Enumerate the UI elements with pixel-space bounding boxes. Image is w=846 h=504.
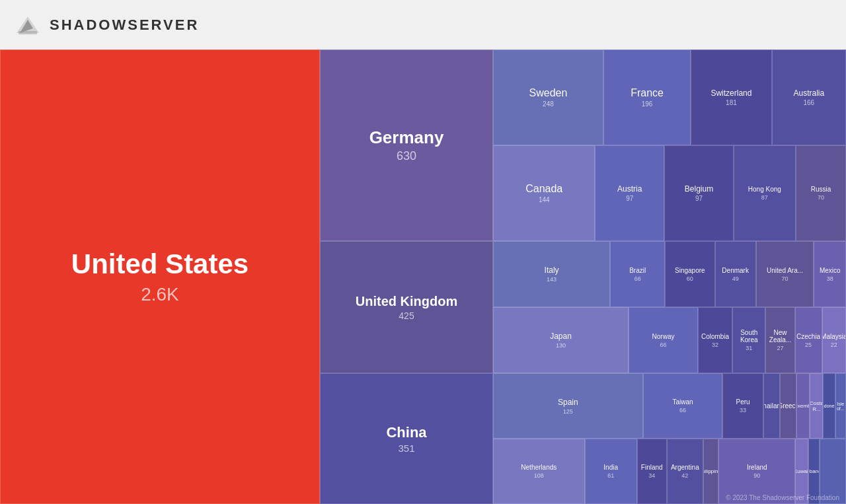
country-value-canada: 144: [539, 196, 550, 203]
treemap-block-malaysia[interactable]: Malaysia 22: [822, 307, 846, 373]
treemap-block-taiwan[interactable]: Taiwan 66: [643, 373, 723, 439]
treemap-block-india[interactable]: India 61: [585, 439, 637, 504]
country-name-belgium: Belgium: [685, 184, 713, 194]
country-name-isle: Isle of...: [836, 402, 845, 411]
country-name-costar: Costa R...: [810, 400, 823, 412]
country-value-hongkong: 87: [761, 194, 768, 201]
country-name-malaysia: Malaysia: [822, 333, 846, 340]
treemap-block-us[interactable]: United States 2.6K: [0, 50, 320, 504]
country-name-france: France: [631, 87, 664, 99]
svg-rect-2: [19, 31, 37, 34]
top-right-row2: Canada 144 Austria 97 Belgium 97 Hong Ko…: [493, 145, 846, 241]
country-name-colombia: Colombia: [701, 333, 729, 340]
logo-text: SHADOWSERVER: [50, 17, 199, 34]
country-name-mexico: Mexico: [820, 267, 841, 274]
country-name-sweden: Sweden: [529, 87, 568, 99]
country-value-taiwan: 66: [679, 407, 686, 414]
bot-right-row1: Spain 125 Taiwan 66 Peru 33 Thailand: [493, 373, 846, 439]
treemap-block-czechia[interactable]: Czechia 25: [795, 307, 822, 373]
country-value-colombia: 32: [712, 342, 718, 348]
country-value-brazil: 66: [634, 275, 641, 282]
top-right: Sweden 248 France 196 Switzerland 181 Au…: [493, 50, 846, 241]
bot-right: Spain 125 Taiwan 66 Peru 33 Thailand: [493, 373, 846, 504]
country-name-luxemb: Luxemb...: [796, 403, 810, 409]
country-name-us: United States: [71, 248, 249, 280]
country-value-uk: 425: [399, 310, 414, 321]
mid-right: Italy 143 Brazil 66 Singapore 60 Denmark…: [493, 241, 846, 373]
treemap-block-germany[interactable]: Germany 630: [320, 50, 493, 241]
country-name-austria: Austria: [617, 184, 642, 194]
treemap-block-uk[interactable]: United Kingdom 425: [320, 241, 493, 373]
country-name-russia: Russia: [811, 186, 831, 193]
treemap-block-finland[interactable]: Finland 34: [637, 439, 667, 504]
country-name-argentina: Argentina: [671, 464, 699, 471]
country-value-germany: 630: [397, 149, 416, 163]
footer-text: © 2023 The Shadowserver Foundation: [726, 494, 839, 501]
country-value-czechia: 25: [805, 342, 812, 348]
treemap-block-singapore[interactable]: Singapore 60: [665, 241, 715, 307]
treemap-block-hongkong[interactable]: Hong Kong 87: [734, 145, 796, 241]
shadowserver-logo-icon: [13, 10, 43, 40]
treemap-block-southkorea[interactable]: South Korea 31: [732, 307, 765, 373]
treemap-block-greece[interactable]: Greece: [780, 373, 796, 439]
treemap-block-argentina[interactable]: Argentina 42: [667, 439, 703, 504]
treemap-block-isle[interactable]: Isle of...: [835, 373, 846, 439]
country-value-denmark: 49: [732, 275, 739, 282]
treemap-block-sweden[interactable]: Sweden 248: [493, 50, 603, 145]
country-name-japan: Japan: [550, 332, 572, 341]
country-name-greece: Greece: [780, 402, 796, 410]
country-name-peru: Peru: [736, 398, 750, 406]
country-value-mexico: 38: [827, 275, 833, 282]
treemap-block-switzerland[interactable]: Switzerland 181: [691, 50, 771, 145]
country-value-china: 351: [398, 443, 414, 454]
mid-right-row1: Italy 143 Brazil 66 Singapore 60 Denmark…: [493, 241, 846, 307]
treemap-block-spain[interactable]: Spain 125: [493, 373, 643, 439]
treemap-block-nz[interactable]: New Zeala... 27: [765, 307, 794, 373]
treemap-block-belgium[interactable]: Belgium 97: [664, 145, 734, 241]
treemap-block-canada[interactable]: Canada 144: [493, 145, 595, 241]
country-value-uae: 70: [782, 275, 788, 282]
treemap-block-luxemb[interactable]: Luxemb...: [796, 373, 810, 439]
treemap-block-austria[interactable]: Austria 97: [595, 145, 664, 241]
treemap-block-colombia[interactable]: Colombia 32: [698, 307, 732, 373]
country-value-japan: 130: [556, 342, 566, 349]
country-name-uae: United Ara...: [767, 267, 803, 274]
treemap: United States 2.6K Germany 630 Sweden 24…: [0, 50, 846, 504]
country-name-italy: Italy: [545, 266, 559, 275]
treemap-block-norway[interactable]: Norway 66: [629, 307, 698, 373]
country-value-france: 196: [642, 100, 653, 108]
treemap-block-brazil[interactable]: Brazil 66: [610, 241, 665, 307]
treemap-block-uae[interactable]: United Ara... 70: [756, 241, 814, 307]
treemap-block-denmark[interactable]: Denmark 49: [715, 241, 756, 307]
treemap-block-china[interactable]: China 351: [320, 373, 493, 504]
country-name-nz: New Zeala...: [766, 329, 794, 343]
country-name-philippines: Philippines: [703, 468, 719, 474]
country-name-denmark: Denmark: [722, 267, 749, 274]
country-value-netherlands: 108: [534, 472, 544, 479]
treemap-block-mexico[interactable]: Mexico 38: [814, 241, 846, 307]
treemap-block-costar[interactable]: Costa R...: [810, 373, 823, 439]
country-value-malaysia: 22: [831, 342, 837, 348]
country-value-russia: 70: [818, 194, 824, 201]
treemap-block-indone[interactable]: Indone...: [823, 373, 835, 439]
country-value-australia: 166: [803, 99, 814, 106]
mid-right-row2: Japan 130 Norway 66 Colombia 32 South Ko…: [493, 307, 846, 373]
top-right-row1: Sweden 248 France 196 Switzerland 181 Au…: [493, 50, 846, 145]
treemap-block-japan[interactable]: Japan 130: [493, 307, 629, 373]
country-value-us: 2.6K: [141, 284, 179, 305]
treemap-block-italy[interactable]: Italy 143: [493, 241, 610, 307]
country-value-spain: 125: [563, 408, 573, 415]
treemap-block-netherlands[interactable]: Netherlands 108: [493, 439, 585, 504]
treemap-block-australia[interactable]: Australia 166: [772, 50, 846, 145]
treemap-block-france[interactable]: France 196: [603, 50, 691, 145]
country-value-belgium: 97: [695, 195, 703, 202]
country-name-australia: Australia: [793, 89, 824, 98]
country-name-indone: Indone...: [823, 404, 835, 408]
treemap-block-philippines[interactable]: Philippines: [703, 439, 719, 504]
treemap-block-thailand[interactable]: Thailand: [763, 373, 780, 439]
country-value-ireland: 90: [753, 472, 760, 479]
treemap-block-peru[interactable]: Peru 33: [722, 373, 763, 439]
treemap-block-russia[interactable]: Russia 70: [796, 145, 846, 241]
country-value-argentina: 42: [681, 472, 688, 479]
country-name-lebanon: Lebanon: [808, 468, 820, 474]
